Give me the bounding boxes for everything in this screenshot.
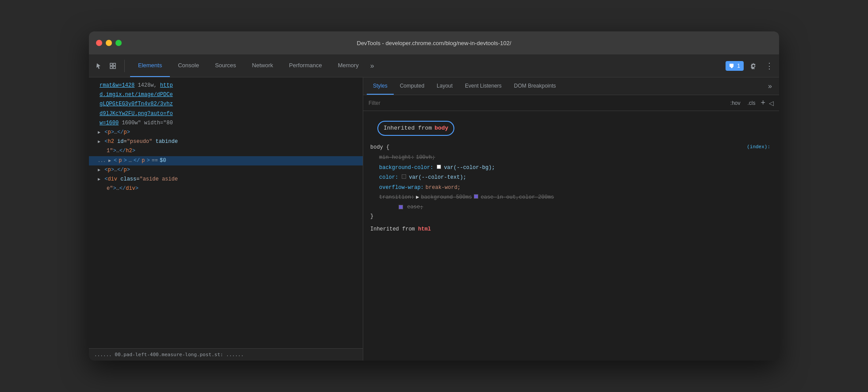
svg-rect-1 xyxy=(113,63,115,65)
list-item[interactable]: d9lJKcYw2FU.png?auto=fo xyxy=(89,109,363,119)
list-item[interactable]: ... ▶ <p>…</p> == $0 xyxy=(89,156,363,165)
css-property-overflow-wrap: overflow-wrap: break-word; xyxy=(363,183,779,192)
css-property-background-color: background-color: var(--color-bg); xyxy=(363,163,779,173)
toolbar-right: 1 ⋮ xyxy=(726,60,776,72)
list-item[interactable]: d.imgix.net/image/dPDCe xyxy=(89,90,363,100)
styles-tabs: Styles Computed Layout Event Listeners D… xyxy=(363,77,779,95)
css-transition-continuation: ease; xyxy=(363,202,779,211)
main-tabs: Elements Console Sources Network Perform… xyxy=(130,54,726,77)
color-swatch-bg[interactable] xyxy=(437,165,441,169)
tab-memory[interactable]: Memory xyxy=(330,54,367,77)
tab-layout[interactable]: Layout xyxy=(430,77,459,95)
filter-input[interactable] xyxy=(369,100,729,106)
toggle-sidebar-button[interactable]: ◁ xyxy=(769,100,774,107)
tab-computed[interactable]: Computed xyxy=(394,77,430,95)
svg-rect-0 xyxy=(110,63,112,65)
tab-network[interactable]: Network xyxy=(244,54,281,77)
filter-actions: :hov .cls + ◁ xyxy=(729,98,774,108)
list-item[interactable]: ▶ <p>…</p> xyxy=(89,128,363,137)
css-property-color: color: var(--color-text); xyxy=(363,173,779,182)
css-property-min-height: min-height: 100vh; xyxy=(363,153,779,162)
tab-styles[interactable]: Styles xyxy=(367,77,394,95)
css-selector: body { xyxy=(370,144,389,150)
main-toolbar: Elements Console Sources Network Perform… xyxy=(89,54,779,77)
cls-button[interactable]: .cls xyxy=(745,99,757,107)
list-item[interactable]: 1">…</h2> xyxy=(89,146,363,156)
toolbar-icons xyxy=(92,60,125,72)
notification-count: 1 xyxy=(737,63,740,69)
list-item[interactable]: ▶ <p>…</p> xyxy=(89,165,363,175)
traffic-lights xyxy=(96,40,122,46)
list-item[interactable]: e">…</div> xyxy=(89,184,363,193)
styles-tabs-overflow[interactable]: » xyxy=(764,82,776,90)
list-item[interactable]: gLQPGtEG3y0fTn4v82/3vhz xyxy=(89,100,363,109)
styles-panel: Styles Computed Layout Event Listeners D… xyxy=(363,77,779,361)
list-item[interactable]: ▶ <h2 id="pseudo" tabinde xyxy=(89,137,363,146)
elements-panel: rmat&w=1428 1428w, http d.imgix.net/imag… xyxy=(89,77,363,361)
color-swatch-text[interactable] xyxy=(402,174,406,179)
inherited-from-badge: Inherited from body xyxy=(377,121,454,136)
html-element-label: html xyxy=(418,226,431,232)
elements-content: rmat&w=1428 1428w, http d.imgix.net/imag… xyxy=(89,77,363,348)
easing-swatch[interactable] xyxy=(474,194,478,199)
more-options-button[interactable]: ⋮ xyxy=(763,60,776,72)
notification-button[interactable]: 1 xyxy=(726,61,744,71)
list-item[interactable]: rmat&w=1428 1428w, http xyxy=(89,81,363,90)
tab-sources[interactable]: Sources xyxy=(207,54,244,77)
add-style-button[interactable]: + xyxy=(760,98,765,108)
list-item[interactable]: w=1600 1600w" width="80 xyxy=(89,119,363,128)
inherited-from-html-section: Inherited from html xyxy=(363,221,779,237)
body-element-label: body xyxy=(434,123,448,133)
devtools-window: DevTools - developer.chrome.com/blog/new… xyxy=(89,31,779,361)
css-filename[interactable]: (index): xyxy=(747,143,770,151)
minimize-button[interactable] xyxy=(106,40,112,46)
css-closing-brace: } xyxy=(363,211,779,221)
svg-rect-4 xyxy=(730,64,734,67)
window-title: DevTools - developer.chrome.com/blog/new… xyxy=(357,40,511,46)
settings-button[interactable] xyxy=(747,60,760,72)
tab-performance[interactable]: Performance xyxy=(281,54,330,77)
breadcrumb-link[interactable]: ... 00.pad-left-400.measure-long.post.st… xyxy=(103,352,235,357)
tab-dom-breakpoints[interactable]: DOM Breakpoints xyxy=(508,77,562,95)
close-button[interactable] xyxy=(96,40,102,46)
tabs-overflow-button[interactable]: » xyxy=(367,62,378,70)
titlebar: DevTools - developer.chrome.com/blog/new… xyxy=(89,31,779,54)
easing-swatch-2[interactable] xyxy=(399,205,403,209)
svg-rect-3 xyxy=(113,66,115,69)
filter-bar: :hov .cls + ◁ xyxy=(363,95,779,111)
list-item[interactable]: ▶ <div class="aside aside xyxy=(89,175,363,184)
breadcrumb: ... ... 00.pad-left-400.measure-long.pos… xyxy=(89,348,363,361)
svg-rect-2 xyxy=(110,66,112,69)
inherited-from-body-section: Inherited from body xyxy=(363,115,779,142)
css-content: Inherited from body (index): body { min-… xyxy=(363,111,779,361)
tab-event-listeners[interactable]: Event Listeners xyxy=(459,77,508,95)
css-rule-body: (index): body { xyxy=(363,142,779,153)
cursor-icon[interactable] xyxy=(92,60,105,72)
inspect-icon[interactable] xyxy=(107,60,119,72)
tab-elements[interactable]: Elements xyxy=(130,54,170,77)
main-content: rmat&w=1428 1428w, http d.imgix.net/imag… xyxy=(89,77,779,361)
tab-console[interactable]: Console xyxy=(170,54,207,77)
maximize-button[interactable] xyxy=(115,40,122,46)
hov-button[interactable]: :hov xyxy=(729,99,742,107)
css-property-transition: transition: ▶ background 500ms ease-in-o… xyxy=(363,192,779,202)
